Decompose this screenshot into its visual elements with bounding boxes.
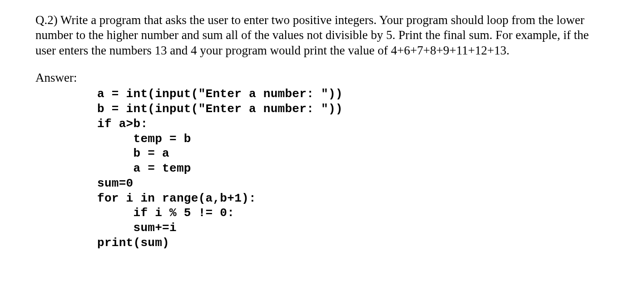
answer-label: Answer: xyxy=(35,71,609,85)
answer-code: a = int(input("Enter a number: ")) b = i… xyxy=(97,87,609,250)
question-prompt: Q.2) Write a program that asks the user … xyxy=(35,13,609,58)
